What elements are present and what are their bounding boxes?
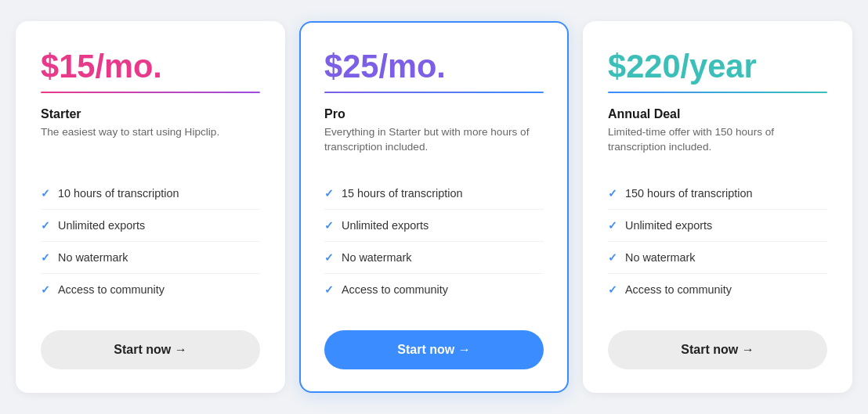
cta-button-starter[interactable]: Start now → (41, 330, 260, 369)
plan-name-annual: Annual Deal (608, 107, 827, 121)
feature-label: No watermark (625, 251, 696, 264)
list-item: ✓Access to community (324, 274, 544, 305)
feature-label: Unlimited exports (625, 219, 712, 232)
list-item: ✓Access to community (608, 274, 827, 305)
cta-button-pro[interactable]: Start now → (324, 330, 544, 369)
list-item: ✓10 hours of transcription (41, 178, 260, 210)
feature-label: Access to community (625, 283, 732, 296)
feature-label: Unlimited exports (342, 219, 429, 232)
feature-label: No watermark (342, 251, 412, 264)
plan-desc-starter: The easiest way to start using Hipclip. (41, 124, 260, 156)
check-icon: ✓ (324, 251, 334, 264)
feature-label: Access to community (342, 283, 448, 296)
feature-label: 10 hours of transcription (58, 187, 179, 200)
plan-name-pro: Pro (324, 107, 544, 121)
price-annual: $220/year (608, 48, 827, 85)
list-item: ✓Unlimited exports (324, 210, 544, 242)
check-icon: ✓ (324, 187, 334, 200)
list-item: ✓Unlimited exports (608, 210, 827, 242)
price-divider-starter (41, 92, 260, 93)
check-icon: ✓ (324, 283, 334, 296)
check-icon: ✓ (41, 187, 50, 200)
list-item: ✓Access to community (41, 274, 260, 305)
price-divider-pro (324, 92, 544, 93)
pricing-card-pro: $25/mo.ProEverything in Starter but with… (299, 21, 569, 393)
check-icon: ✓ (41, 219, 50, 232)
plan-desc-pro: Everything in Starter but with more hour… (324, 124, 544, 156)
cta-button-annual[interactable]: Start now → (608, 330, 827, 369)
check-icon: ✓ (41, 251, 50, 264)
price-starter: $15/mo. (41, 48, 260, 85)
check-icon: ✓ (608, 219, 617, 232)
feature-label: Access to community (58, 283, 165, 296)
list-item: ✓Unlimited exports (41, 210, 260, 242)
feature-label: No watermark (58, 251, 128, 264)
pricing-card-annual: $220/yearAnnual DealLimited-time offer w… (583, 21, 852, 393)
price-divider-annual (608, 92, 827, 93)
price-pro: $25/mo. (324, 48, 544, 85)
pricing-container: $15/mo.StarterThe easiest way to start u… (16, 21, 852, 393)
pricing-card-starter: $15/mo.StarterThe easiest way to start u… (16, 21, 285, 393)
check-icon: ✓ (608, 187, 617, 200)
features-list-annual: ✓150 hours of transcription✓Unlimited ex… (608, 178, 827, 305)
check-icon: ✓ (41, 283, 50, 296)
feature-label: Unlimited exports (58, 219, 145, 232)
list-item: ✓15 hours of transcription (324, 178, 544, 210)
list-item: ✓No watermark (324, 242, 544, 274)
feature-label: 15 hours of transcription (342, 187, 462, 200)
plan-desc-annual: Limited-time offer with 150 hours of tra… (608, 124, 827, 156)
features-list-pro: ✓15 hours of transcription✓Unlimited exp… (324, 178, 544, 305)
check-icon: ✓ (608, 283, 617, 296)
list-item: ✓150 hours of transcription (608, 178, 827, 210)
list-item: ✓No watermark (41, 242, 260, 274)
features-list-starter: ✓10 hours of transcription✓Unlimited exp… (41, 178, 260, 305)
check-icon: ✓ (608, 251, 617, 264)
feature-label: 150 hours of transcription (625, 187, 752, 200)
check-icon: ✓ (324, 219, 334, 232)
plan-name-starter: Starter (41, 107, 260, 121)
list-item: ✓No watermark (608, 242, 827, 274)
